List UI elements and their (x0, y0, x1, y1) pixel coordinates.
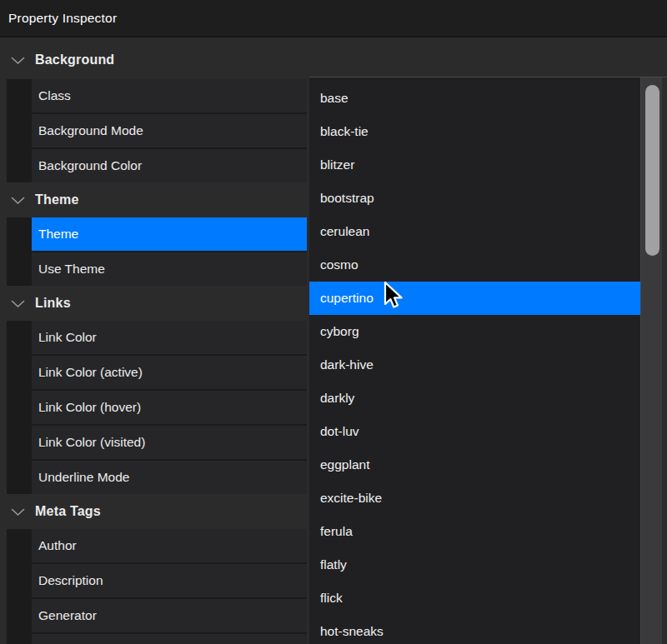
property-row-background-color[interactable]: Background Color (32, 149, 307, 182)
property-row-link-color-active[interactable]: Link Color (active) (32, 356, 307, 389)
property-row-underline-mode[interactable]: Underline Mode (32, 461, 307, 494)
property-row-label: Link Color (active) (38, 365, 143, 380)
property-row-label: Theme (38, 227, 78, 242)
property-row-label: Background Mode (38, 123, 143, 138)
property-row-label: Link Color (hover) (38, 400, 141, 415)
section-body: ClassBackground ModeBackground Color (7, 79, 307, 182)
theme-option-cupertino[interactable]: cupertino (309, 282, 640, 315)
property-row-author[interactable]: Author (32, 529, 307, 562)
property-row-label: Link Color (visited) (38, 435, 145, 450)
section-label: Background (35, 52, 114, 67)
theme-options: baseblack-tieblitzerbootstrapceruleancos… (309, 77, 640, 644)
property-row-label: Class (38, 88, 71, 103)
scrollbar-track[interactable] (640, 77, 667, 644)
property-row-link-color-visited[interactable]: Link Color (visited) (32, 426, 307, 459)
section-label: Theme (35, 192, 79, 207)
chevron-down-icon (11, 197, 25, 205)
theme-option-cosmo[interactable]: cosmo (309, 248, 640, 282)
theme-option-darkly[interactable]: darkly (309, 382, 640, 415)
theme-option-flatly[interactable]: flatly (309, 548, 640, 582)
property-row-label: Description (38, 573, 103, 588)
theme-option-bootstrap[interactable]: bootstrap (309, 182, 640, 215)
section-body: AuthorDescriptionGenerator (7, 529, 307, 644)
theme-option-blitzer[interactable]: blitzer (309, 148, 640, 182)
property-row-label: Generator (38, 608, 97, 623)
panel-title: Property Inspector (0, 0, 667, 37)
theme-option-cyborg[interactable]: cyborg (309, 315, 640, 348)
theme-option-dot-luv[interactable]: dot-luv (309, 415, 640, 448)
theme-option-base[interactable]: base (309, 82, 640, 115)
property-row-row[interactable] (32, 634, 307, 644)
property-row-link-color[interactable]: Link Color (32, 321, 307, 354)
property-row-label: Use Theme (38, 262, 105, 277)
property-row-theme[interactable]: Theme (32, 217, 307, 251)
scrollbar-thumb[interactable] (645, 85, 659, 256)
theme-option-cerulean[interactable]: cerulean (309, 215, 640, 248)
theme-option-dark-hive[interactable]: dark-hive (309, 348, 640, 382)
property-inspector-panel: Property Inspector BackgroundClassBackgr… (0, 0, 667, 644)
property-row-use-theme[interactable]: Use Theme (32, 252, 307, 286)
section-body: Link ColorLink Color (active)Link Color … (7, 321, 307, 494)
chevron-down-icon (11, 300, 25, 308)
property-row-background-mode[interactable]: Background Mode (32, 114, 307, 147)
theme-option-flick[interactable]: flick (309, 582, 640, 615)
theme-option-ferula[interactable]: ferula (309, 515, 640, 548)
theme-option-black-tie[interactable]: black-tie (309, 115, 640, 148)
theme-option-excite-bike[interactable]: excite-bike (309, 482, 640, 515)
property-row-label: Underline Mode (38, 470, 129, 485)
chevron-down-icon (11, 508, 25, 517)
theme-option-eggplant[interactable]: eggplant (309, 448, 640, 482)
section-label: Meta Tags (35, 504, 101, 519)
theme-option-hot-sneaks[interactable]: hot-sneaks (309, 615, 640, 644)
property-row-class[interactable]: Class (32, 79, 307, 112)
property-row-generator[interactable]: Generator (32, 599, 307, 632)
property-row-link-color-hover[interactable]: Link Color (hover) (32, 391, 307, 424)
section-label: Links (35, 296, 71, 311)
property-row-description[interactable]: Description (32, 564, 307, 597)
property-row-label: Author (38, 538, 77, 553)
section-body: ThemeUse Theme (7, 217, 307, 286)
theme-dropdown-list: baseblack-tieblitzerbootstrapceruleancos… (309, 77, 667, 644)
section-header-background[interactable]: Background (0, 37, 667, 79)
property-row-label: Background Color (38, 158, 142, 173)
property-row-label: Link Color (38, 330, 97, 345)
chevron-down-icon (11, 57, 25, 65)
